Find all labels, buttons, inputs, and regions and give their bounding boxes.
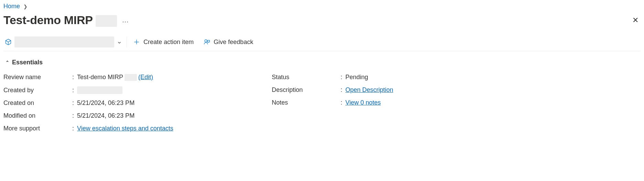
escalation-link[interactable]: View escalation steps and contacts [77,125,173,132]
essentials-right-column: Status : Pending Description : Open Desc… [272,74,641,132]
modified-on-label: Modified on [3,112,72,119]
field-created-by: Created by : [3,86,272,94]
feedback-icon [203,39,210,45]
title-row: Test-demo MIRP … ✕ [3,13,641,27]
modified-on-value: 5/21/2024, 06:23 PM [77,112,135,119]
chevron-down-icon [117,40,122,44]
redacted-resource-name [14,36,114,47]
give-feedback-button[interactable]: Give feedback [198,37,258,47]
chevron-right-icon: ❯ [23,4,28,9]
field-notes: Notes : View 0 notes [272,99,641,106]
give-feedback-label: Give feedback [214,39,253,46]
redacted-review-name-suffix [125,74,137,81]
view-notes-link[interactable]: View 0 notes [345,99,381,106]
redacted-title-suffix [96,15,117,27]
breadcrumb: Home ❯ [3,3,641,10]
review-name-label: Review name [3,74,72,81]
status-value: Pending [345,74,368,81]
essentials-label: Essentials [12,59,43,66]
description-label: Description [272,86,341,94]
field-more-support: More support : View escalation steps and… [3,125,272,132]
create-action-item-button[interactable]: Create action item [128,37,198,47]
redacted-created-by-value [77,86,122,94]
chevron-up-icon: ⌃ [6,60,9,65]
essentials-left-column: Review name : Test-demo MIRP (Edit) Crea… [3,74,272,132]
created-by-label: Created by [3,87,72,94]
status-label: Status [272,74,341,81]
field-created-on: Created on : 5/21/2024, 06:23 PM [3,99,272,107]
breadcrumb-home[interactable]: Home [3,3,20,10]
page-title: Test-demo MIRP [3,13,117,27]
notes-label: Notes [272,99,341,106]
essentials-grid: Review name : Test-demo MIRP (Edit) Crea… [3,74,641,132]
edit-review-name-link[interactable]: (Edit) [138,74,153,81]
plus-icon [133,39,140,45]
cube-icon [5,39,12,45]
more-menu-icon[interactable]: … [120,15,130,25]
toolbar: Create action item Give feedback [3,36,641,51]
close-icon[interactable]: ✕ [630,14,641,27]
created-on-value: 5/21/2024, 06:23 PM [77,99,135,107]
more-support-label: More support [3,125,72,132]
field-review-name: Review name : Test-demo MIRP (Edit) [3,74,272,81]
create-action-item-label: Create action item [143,39,194,46]
field-status: Status : Pending [272,74,641,81]
field-description: Description : Open Description [272,86,641,94]
field-modified-on: Modified on : 5/21/2024, 06:23 PM [3,112,272,119]
essentials-toggle[interactable]: ⌃ Essentials [3,59,641,66]
review-name-value: Test-demo MIRP [77,74,123,81]
open-description-link[interactable]: Open Description [345,86,393,94]
svg-point-0 [205,40,207,42]
created-on-label: Created on [3,99,72,107]
resource-dropdown[interactable] [3,36,127,47]
